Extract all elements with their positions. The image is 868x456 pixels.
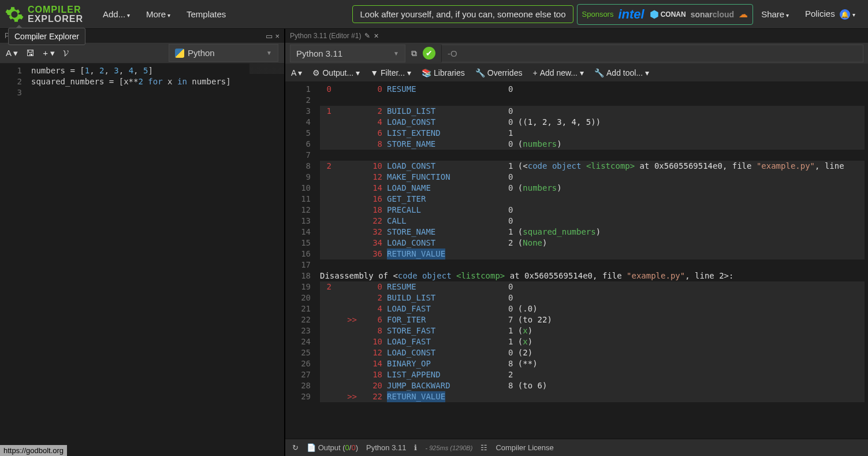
sponsors-box: Sponsors intel CONAN sonarcloud ☁ xyxy=(577,4,754,25)
cloud-icon: ☁ xyxy=(739,9,748,20)
source-editor[interactable]: 123 numbers = [1, 2, 3, 4, 5]squared_num… xyxy=(0,64,284,456)
asm-code[interactable]: 00 RESUME0 12 BUILD_LIST04 LOAD_CONST0 (… xyxy=(316,82,868,439)
vim-icon[interactable]: 𝓥 xyxy=(63,48,68,58)
compiler-tabbar: Python 3.11 (Editor #1) ✎ × xyxy=(285,29,868,43)
language-selector[interactable]: Python ▼ xyxy=(169,44,278,62)
nav-templates[interactable]: Templates xyxy=(178,5,234,24)
cube-icon xyxy=(649,9,660,20)
status-ok-icon: ✔ xyxy=(423,47,435,60)
sponsor-intel[interactable]: intel xyxy=(618,7,644,22)
sponsor-conan[interactable]: CONAN xyxy=(649,9,686,20)
reload-icon[interactable]: ↻ xyxy=(292,443,299,452)
filter-btn[interactable]: ▼ Filter... ▾ xyxy=(370,68,411,77)
chevron-down-icon: ▼ xyxy=(393,50,399,57)
edit-icon[interactable]: ✎ xyxy=(364,32,370,40)
font-icon[interactable]: A ▾ xyxy=(6,48,18,58)
output-btn[interactable]: ⚙ Output... ▾ xyxy=(312,68,360,77)
font-icon[interactable]: A ▾ xyxy=(291,68,302,77)
top-navbar: COMPILER EXPLORER Add... More Templates … xyxy=(0,0,868,29)
compiler-subtoolbar: A ▾ ⚙ Output... ▾ ▼ Filter... ▾ 📚 Librar… xyxy=(285,64,868,82)
bell-icon[interactable]: 🔔 xyxy=(840,9,850,20)
brand-bottom: EXPLORER xyxy=(28,14,83,24)
gear-icon xyxy=(5,5,24,24)
sponsor-sonar[interactable]: sonarcloud xyxy=(691,10,734,19)
brand-tooltip: Compiler Explorer xyxy=(8,28,85,45)
close-icon[interactable]: × xyxy=(374,31,378,40)
addnew-btn[interactable]: + Add new... ▾ xyxy=(532,68,584,77)
close-pane-icon[interactable]: × xyxy=(275,32,280,40)
brand-top: COMPILER xyxy=(28,5,83,14)
addtool-btn[interactable]: 🔧 Add tool... ▾ xyxy=(594,68,649,77)
nav-more[interactable]: More xyxy=(138,5,178,24)
overrides-btn[interactable]: 🔧 Overrides xyxy=(475,68,523,77)
motd-banner: Look after yourself, and, if you can, so… xyxy=(352,5,573,23)
compiler-options-input[interactable] xyxy=(441,45,863,62)
libraries-btn[interactable]: 📚 Libraries xyxy=(422,68,465,77)
plus-icon[interactable]: + ▾ xyxy=(43,48,55,58)
popout-icon[interactable]: ⧉ xyxy=(411,49,417,58)
timing-status: - 925ms (1290B) xyxy=(425,444,472,451)
editor-pane: Python source #1 × ▭ × A ▾ 🖫 + ▾ 𝓥 Pytho… xyxy=(0,29,285,456)
chevron-down-icon: ▼ xyxy=(266,50,272,56)
output-status[interactable]: 📄 Output (0/0) xyxy=(307,443,358,452)
compiler-name-status: Python 3.11 xyxy=(366,443,406,452)
compiler-tab[interactable]: Python 3.11 (Editor #1) ✎ × xyxy=(290,31,379,40)
minimap[interactable] xyxy=(249,64,284,98)
bars-icon[interactable]: ☷ xyxy=(480,443,487,452)
editor-toolbar: A ▾ 🖫 + ▾ 𝓥 Python ▼ xyxy=(0,43,284,64)
compiler-selector[interactable]: Python 3.11 ▼ xyxy=(290,45,405,62)
hover-url: https://godbolt.org xyxy=(0,445,67,456)
save-icon[interactable]: 🖫 xyxy=(26,48,35,58)
license-link[interactable]: Compiler License xyxy=(496,443,553,452)
line-gutter: 123 xyxy=(0,64,28,456)
sponsors-label: Sponsors xyxy=(582,10,614,18)
compiler-pane: Python 3.11 (Editor #1) ✎ × Python 3.11 … xyxy=(285,29,868,456)
python-icon xyxy=(175,49,184,58)
source-code[interactable]: numbers = [1, 2, 3, 4, 5]squared_numbers… xyxy=(28,64,284,456)
nav-share[interactable]: Share xyxy=(753,5,797,24)
compiler-statusbar: ↻ 📄 Output (0/0) Python 3.11 ℹ - 925ms (… xyxy=(285,439,868,456)
asm-editor[interactable]: 1234567891011121314151617181920212223242… xyxy=(285,82,868,439)
brand-logo[interactable]: COMPILER EXPLORER xyxy=(5,5,83,24)
nav-policies[interactable]: Policies 🔔 ▾ xyxy=(797,4,863,25)
asm-gutter: 1234567891011121314151617181920212223242… xyxy=(285,82,316,439)
compiler-toolbar: Python 3.11 ▼ ⧉ ✔ xyxy=(285,43,868,64)
nav-add[interactable]: Add... xyxy=(95,5,138,24)
maximize-icon[interactable]: ▭ xyxy=(266,32,273,40)
info-icon[interactable]: ℹ xyxy=(414,443,417,452)
